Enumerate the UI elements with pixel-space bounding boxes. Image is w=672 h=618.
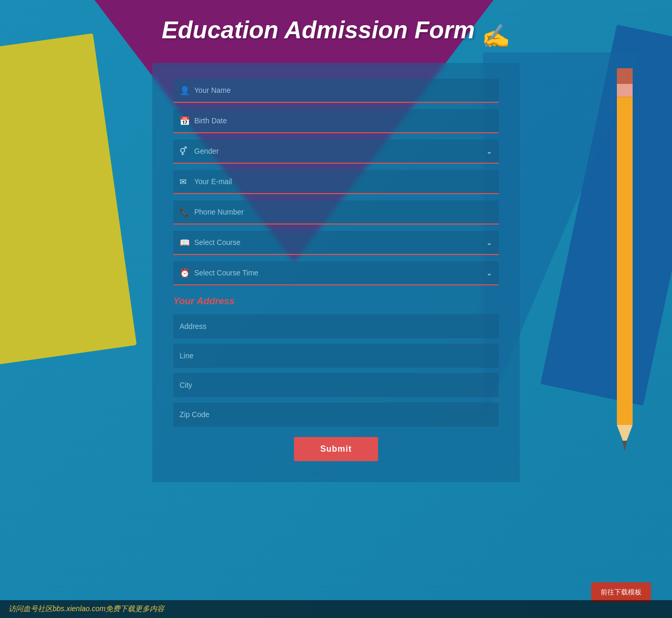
course-time-select[interactable]: ⏰ Select Course Time ⌄ [173, 261, 499, 285]
address-input-wrap [173, 314, 499, 338]
course-label: Select Course [194, 238, 240, 247]
calendar-icon: 📅 [180, 116, 190, 126]
gender-select[interactable]: ⚥ Gender ⌄ [173, 140, 499, 164]
zip-input[interactable] [180, 410, 492, 419]
page-title: Education Admission Form [162, 16, 475, 44]
city-input[interactable] [180, 381, 492, 389]
address-section: Your Address [173, 296, 499, 427]
name-field-group: 👤 [173, 79, 499, 103]
course-chevron-icon: ⌄ [486, 238, 492, 247]
download-button[interactable]: 前往下载模板 [591, 582, 651, 602]
address-line-input-wrap [173, 344, 499, 368]
zip-input-wrap [173, 402, 499, 427]
phone-input-wrap: 📞 [173, 200, 499, 225]
gender-chevron-icon: ⌄ [486, 147, 492, 155]
phone-field-group: 📞 [173, 200, 499, 225]
user-icon: 👤 [180, 86, 190, 95]
course-time-chevron-icon: ⌄ [486, 269, 492, 277]
submit-section: Submit [173, 437, 499, 461]
clock-icon: ⏰ [180, 268, 190, 278]
birthdate-input[interactable] [194, 114, 492, 127]
course-time-label: Select Course Time [194, 269, 258, 277]
email-input-wrap: ✉ [173, 170, 499, 194]
svg-rect-0 [617, 68, 633, 425]
email-icon: ✉ [180, 177, 186, 187]
gender-label: Gender [194, 147, 219, 155]
svg-rect-3 [617, 68, 633, 84]
submit-button[interactable]: Submit [294, 437, 378, 461]
footer-bar: 访问血号社区bbs.xienlao.com免费下载更多内容 [0, 600, 672, 618]
svg-rect-4 [617, 84, 633, 97]
email-field-group: ✉ [173, 170, 499, 194]
course-select[interactable]: 📖 Select Course ⌄ [173, 231, 499, 255]
name-input[interactable] [194, 84, 492, 97]
pencil-decoration [609, 68, 640, 462]
admission-form: 👤 📅 ⚥ Gender ⌄ ✉ 📞 📖 [152, 63, 520, 482]
page-header: Education Admission Form ✍️ [0, 16, 672, 50]
course-field-group: 📖 Select Course ⌄ [173, 231, 499, 255]
phone-icon: 📞 [180, 207, 190, 217]
gender-field-group: ⚥ Gender ⌄ [173, 140, 499, 164]
svg-marker-2 [622, 441, 627, 451]
writing-hand-icon: ✍️ [481, 23, 510, 49]
gender-icon: ⚥ [180, 146, 187, 156]
birthdate-input-wrap: 📅 [173, 109, 499, 133]
course-time-field-group: ⏰ Select Course Time ⌄ [173, 261, 499, 285]
email-input[interactable] [194, 175, 492, 188]
address-input[interactable] [180, 322, 492, 331]
address-section-title: Your Address [173, 296, 499, 307]
city-input-wrap [173, 373, 499, 397]
address-line-input[interactable] [180, 351, 492, 360]
footer-text: 访问血号社区bbs.xienlao.com免费下载更多内容 [8, 604, 164, 614]
course-icon: 📖 [180, 238, 190, 248]
birthdate-field-group: 📅 [173, 109, 499, 133]
name-input-wrap: 👤 [173, 79, 499, 103]
phone-input[interactable] [194, 206, 492, 218]
